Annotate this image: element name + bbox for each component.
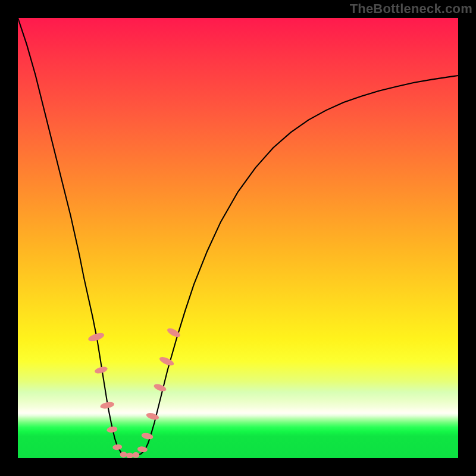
- data-marker: [126, 453, 133, 458]
- data-marker: [107, 426, 118, 433]
- curve-svg: [18, 18, 458, 458]
- data-marker: [153, 383, 167, 393]
- data-marker: [132, 452, 139, 458]
- data-marker: [99, 401, 114, 409]
- plot-area: [18, 18, 458, 458]
- chart-frame: TheBottleneck.com: [0, 0, 476, 476]
- data-marker: [145, 412, 159, 421]
- bottleneck-curve: [18, 18, 458, 456]
- data-marker: [112, 444, 123, 450]
- marker-group: [87, 327, 181, 458]
- data-marker: [120, 452, 127, 458]
- watermark-text: TheBottleneck.com: [350, 1, 472, 17]
- data-marker: [158, 355, 175, 367]
